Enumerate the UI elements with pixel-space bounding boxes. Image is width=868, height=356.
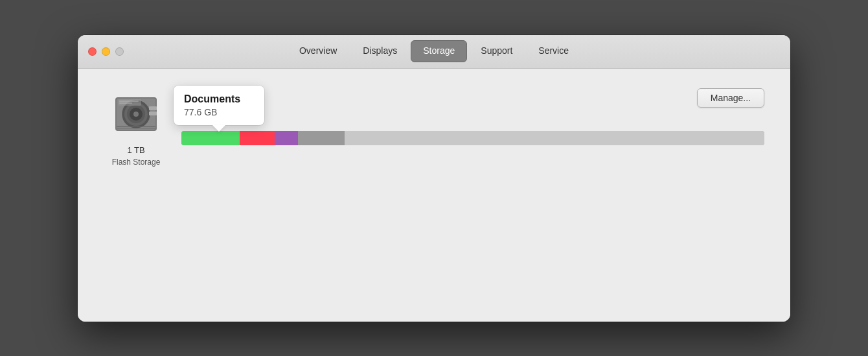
storage-bar xyxy=(181,131,764,145)
svg-rect-8 xyxy=(149,106,157,110)
disk-name: HD xyxy=(181,91,764,108)
svg-rect-11 xyxy=(119,101,139,102)
maximize-button[interactable] xyxy=(115,47,124,56)
tab-displays[interactable]: Displays xyxy=(350,40,409,62)
svg-rect-14 xyxy=(117,128,155,129)
tab-overview[interactable]: Overview xyxy=(287,40,349,62)
tab-support[interactable]: Support xyxy=(468,40,525,62)
main-window: Overview Displays Storage Support Servic… xyxy=(78,35,790,322)
tab-service[interactable]: Service xyxy=(526,40,581,62)
tooltip-value: 77.6 GB xyxy=(184,107,254,117)
disk-available: GB available of 1 TB xyxy=(181,112,764,122)
bar-system xyxy=(298,131,345,145)
disk-info: HD GB available of 1 TB xyxy=(181,91,764,145)
traffic-lights xyxy=(88,47,124,56)
disk-icon xyxy=(110,88,162,140)
minimize-button[interactable] xyxy=(102,47,110,56)
titlebar: Overview Displays Storage Support Servic… xyxy=(78,35,790,69)
bar-other xyxy=(275,131,298,145)
manage-button[interactable]: Manage... xyxy=(697,88,764,108)
svg-point-6 xyxy=(133,112,139,117)
tab-storage[interactable]: Storage xyxy=(411,40,467,62)
disk-icon-area: 1 TB Flash Storage xyxy=(104,88,168,167)
svg-rect-13 xyxy=(117,126,155,127)
storage-tooltip: Documents 77.6 GB xyxy=(174,86,264,125)
tab-bar: Overview Displays Storage Support Servic… xyxy=(287,40,581,62)
close-button[interactable] xyxy=(88,47,97,56)
bar-photos xyxy=(240,131,275,145)
bar-apps xyxy=(181,131,240,145)
svg-rect-12 xyxy=(119,102,132,104)
tooltip-title: Documents xyxy=(184,93,254,105)
bar-free xyxy=(345,131,764,145)
svg-rect-9 xyxy=(149,112,157,115)
disk-size-label: 1 TB xyxy=(127,145,144,155)
disk-type-label: Flash Storage xyxy=(112,158,161,167)
content-area: Documents 77.6 GB Manage... xyxy=(78,69,790,322)
